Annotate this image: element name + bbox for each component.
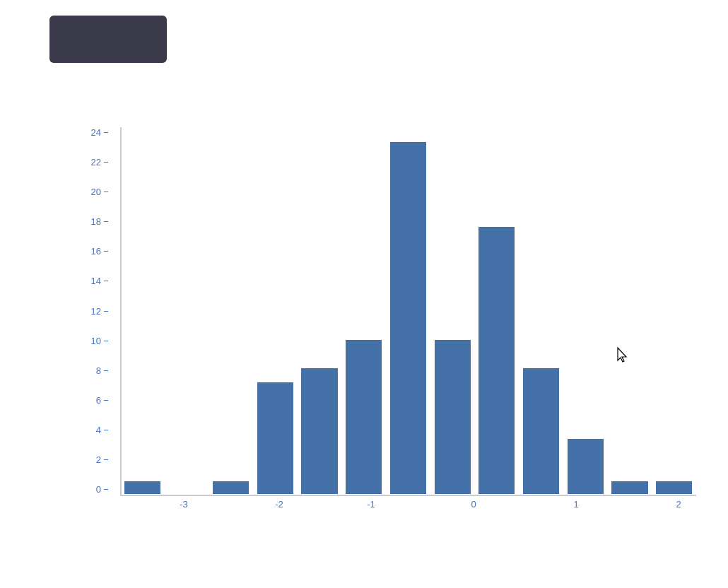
bar-2 [212, 481, 249, 495]
x-tick-2: 2 [671, 499, 686, 510]
bar-group-8 [475, 127, 519, 495]
bar-group-11 [608, 127, 652, 495]
bar-11 [611, 481, 648, 495]
histogram-chart: 024681012141618202224 -3-2-1012 [42, 106, 707, 551]
x-axis: -3-2-1012 [120, 496, 696, 517]
bars-area [120, 127, 696, 495]
chart-area: 024681012141618202224 -3-2-1012 [81, 127, 696, 523]
bar-5 [345, 339, 382, 495]
y-axis: 024681012141618202224 [81, 127, 120, 495]
bar-0 [124, 481, 161, 495]
bar-group-12 [652, 127, 696, 495]
bar-6 [389, 141, 427, 495]
y-tick-20: 20 [81, 187, 120, 197]
y-tick-4: 4 [81, 425, 120, 435]
y-tick-0: 0 [81, 484, 120, 495]
bar-10 [567, 438, 604, 495]
bar-9 [522, 368, 560, 495]
bar-group-7 [430, 127, 475, 495]
bar-8 [478, 226, 515, 495]
x-tick--3: -3 [177, 499, 191, 510]
y-tick-2: 2 [81, 454, 120, 465]
y-tick-22: 22 [81, 157, 120, 167]
y-tick-16: 16 [81, 246, 120, 257]
y-tick-24: 24 [81, 127, 120, 138]
x-tick--2: -2 [272, 499, 286, 510]
bar-group-5 [341, 127, 386, 495]
bar-group-3 [253, 127, 298, 495]
y-tick-6: 6 [81, 395, 120, 406]
bar-1 [168, 493, 205, 495]
y-tick-18: 18 [81, 216, 120, 227]
y-tick-8: 8 [81, 365, 120, 376]
y-tick-10: 10 [81, 336, 120, 346]
bar-group-10 [563, 127, 608, 495]
y-tick-14: 14 [81, 276, 120, 286]
bar-group-2 [209, 127, 253, 495]
bar-group-9 [519, 127, 563, 495]
bar-3 [257, 382, 294, 495]
refresh-data-button[interactable] [49, 16, 167, 63]
x-tick-0: 0 [466, 499, 481, 510]
bar-4 [300, 368, 338, 495]
bar-12 [655, 481, 693, 495]
bar-group-6 [386, 127, 430, 495]
bar-group-1 [165, 127, 209, 495]
bar-group-0 [120, 127, 165, 495]
x-tick-1: 1 [569, 499, 583, 510]
bar-7 [434, 339, 471, 495]
bar-group-4 [298, 127, 342, 495]
y-tick-12: 12 [81, 306, 120, 317]
x-tick--1: -1 [364, 499, 378, 510]
